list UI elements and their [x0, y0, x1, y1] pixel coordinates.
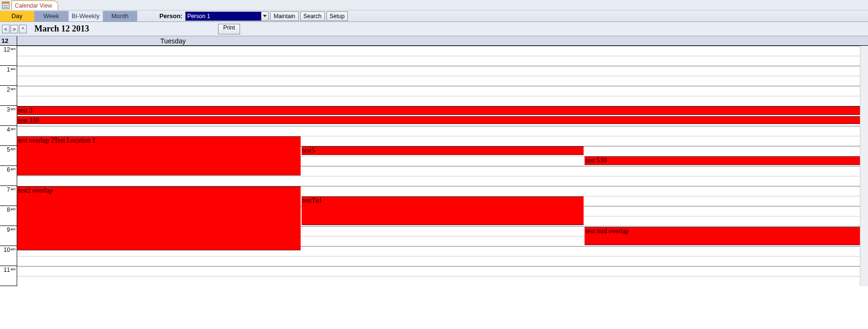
halfhour-gridline [17, 256, 868, 257]
person-label: Person: [159, 12, 182, 20]
hour-label: 5am [0, 146, 17, 166]
hour-ampm: am [10, 267, 16, 271]
vertical-scrollbar[interactable] [860, 46, 868, 286]
hour-number: 8 [7, 206, 10, 213]
hour-gridline [17, 66, 868, 66]
svg-rect-1 [2, 2, 9, 4]
calendar-event[interactable]: test5 [302, 146, 584, 155]
halfhour-gridline [17, 96, 868, 96]
calendar-grid: 12am1am2am3am4am5am6am7am8am9am10am11am … [0, 46, 868, 286]
prev-label: < [4, 26, 7, 32]
hour-label: 4am [0, 126, 17, 146]
hour-ampm: am [10, 207, 16, 211]
hour-ampm: am [10, 87, 16, 91]
hour-ampm: am [10, 147, 16, 151]
day-number: 12 [0, 36, 17, 45]
today-button[interactable]: ^ [19, 25, 27, 33]
print-button[interactable]: Print [218, 24, 241, 34]
today-label: ^ [21, 26, 24, 32]
hour-ampm: am [10, 167, 16, 171]
hour-number: 4 [7, 126, 10, 133]
time-gutter: 12am1am2am3am4am5am6am7am8am9am10am11am [0, 46, 17, 286]
search-label: Search [303, 13, 322, 20]
tab-calendar-view[interactable]: Calendar View [11, 0, 58, 10]
events-area[interactable]: test 3test 330test overlap 2Test Locatio… [17, 46, 868, 286]
view-biweekly-label: Bi-Weekly [72, 12, 99, 20]
toolbar: Day Week Bi-Weekly Month Person: Person … [0, 10, 868, 22]
view-day-button[interactable]: Day [0, 11, 34, 21]
hour-number: 11 [4, 267, 10, 273]
prev-day-button[interactable]: < [2, 25, 10, 33]
calendar-header: < > ^ March 12 2013 Print [0, 22, 868, 36]
view-month-button[interactable]: Month [103, 11, 137, 21]
hour-label: 6am [0, 166, 17, 186]
halfhour-gridline [17, 76, 868, 76]
hour-number: 10 [4, 247, 10, 253]
hour-number: 1 [7, 66, 10, 73]
hour-label: 1am [0, 66, 17, 86]
hour-label: 10am [0, 246, 17, 266]
hour-number: 2 [7, 86, 10, 93]
hour-label: 2am [0, 86, 17, 106]
print-label: Print [223, 24, 235, 31]
hour-ampm: am [10, 247, 16, 251]
svg-rect-3 [3, 7, 8, 8]
person-combobox[interactable]: Person 1 [185, 11, 269, 21]
hour-label: 12am [0, 46, 17, 66]
setup-button[interactable]: Setup [326, 11, 348, 21]
next-day-button[interactable]: > [10, 25, 18, 33]
day-name: Tuesday [17, 36, 868, 45]
hour-number: 3 [7, 106, 10, 113]
chevron-down-icon[interactable] [261, 12, 268, 21]
hour-ampm: am [10, 227, 16, 231]
halfhour-gridline [17, 56, 868, 56]
hour-label: 11am [0, 266, 17, 286]
date-title: March 12 2013 [34, 24, 89, 34]
hour-number: 9 [7, 226, 10, 233]
form-icon [2, 1, 10, 9]
halfhour-gridline [17, 176, 868, 176]
view-day-label: Day [11, 12, 22, 20]
search-button[interactable]: Search [300, 11, 325, 21]
hour-number: 6 [7, 166, 10, 173]
hour-gridline [17, 126, 868, 126]
hour-label: 9am [0, 226, 17, 246]
hour-number: 12 [4, 46, 10, 53]
hour-ampm: am [10, 127, 16, 131]
view-week-button[interactable]: Week [34, 11, 69, 21]
view-month-label: Month [111, 12, 128, 20]
calendar-event[interactable]: testTu1 [302, 196, 584, 225]
hour-number: 5 [7, 146, 10, 153]
calendar-event[interactable]: test 3 [17, 106, 867, 115]
hour-ampm: am [10, 67, 16, 71]
hour-ampm: am [10, 187, 16, 191]
maintain-button[interactable]: Maintain [270, 11, 298, 21]
day-column-header: 12 Tuesday [0, 36, 868, 46]
hour-ampm: am [10, 47, 16, 51]
next-label: > [13, 26, 16, 32]
calendar-event[interactable]: test mid overlap [585, 227, 867, 245]
hour-label: 8am [0, 206, 17, 226]
calendar-event[interactable]: test 530 [585, 156, 867, 165]
hour-gridline [17, 86, 868, 86]
setup-label: Setup [330, 13, 345, 20]
view-week-label: Week [43, 12, 59, 20]
maintain-label: Maintain [273, 13, 295, 20]
calendar-event[interactable]: test2 overlap [17, 186, 301, 250]
hour-label: 7am [0, 186, 17, 206]
calendar-event[interactable]: test overlap 2Test Location 1 [17, 136, 301, 175]
window-tab-strip: Calendar View [0, 0, 868, 10]
person-combobox-value: Person 1 [186, 12, 261, 21]
hour-number: 7 [7, 186, 10, 193]
svg-rect-2 [3, 5, 8, 6]
hour-gridline [17, 266, 868, 267]
view-biweekly-button[interactable]: Bi-Weekly [69, 11, 103, 21]
halfhour-gridline [17, 276, 868, 277]
hour-ampm: am [10, 107, 16, 111]
hour-label: 3am [0, 106, 17, 126]
calendar-event[interactable]: test 330 [17, 116, 867, 124]
tab-label: Calendar View [15, 2, 52, 9]
hour-gridline [17, 46, 868, 46]
person-value-text: Person 1 [187, 13, 210, 20]
